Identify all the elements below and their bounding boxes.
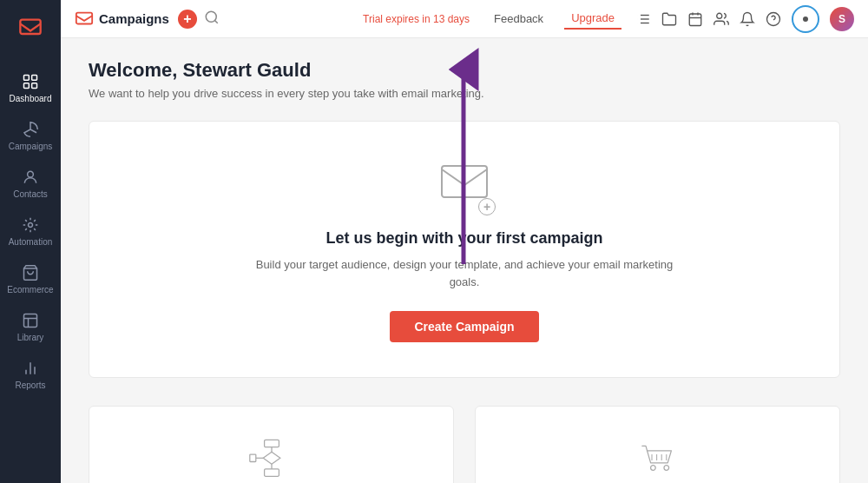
sidebar-item-campaigns[interactable]: Campaigns bbox=[0, 112, 61, 160]
svg-point-6 bbox=[29, 223, 33, 228]
svg-point-12 bbox=[206, 11, 216, 22]
topnav-icons: S bbox=[635, 5, 854, 33]
user-avatar[interactable]: S bbox=[830, 7, 854, 31]
upgrade-circle-dot bbox=[803, 17, 808, 22]
list-icon[interactable] bbox=[635, 11, 651, 27]
email-automation-card: Email Automation Automate your email mar… bbox=[89, 406, 454, 483]
ecommerce-card: Plug in your Ecommerce store Promote pro… bbox=[475, 406, 840, 483]
sidebar-item-reports-label: Reports bbox=[15, 380, 45, 390]
ecommerce-illustration bbox=[634, 434, 682, 483]
help-icon[interactable] bbox=[766, 11, 781, 27]
calendar-icon[interactable] bbox=[687, 11, 703, 27]
main-content: Campaigns + Trial expires in 13 days Fee… bbox=[61, 0, 868, 483]
svg-rect-32 bbox=[249, 454, 255, 461]
feedback-button[interactable]: Feedback bbox=[487, 9, 550, 29]
page-body: Welcome, Stewart Gauld We want to help y… bbox=[61, 38, 868, 483]
campaign-card-description: Build your target audience, design your … bbox=[247, 256, 681, 290]
plus-icon: + bbox=[478, 198, 496, 215]
welcome-header: Welcome, Stewart Gauld We want to help y… bbox=[89, 59, 840, 100]
svg-point-36 bbox=[664, 466, 669, 471]
sidebar-item-contacts[interactable]: Contacts bbox=[0, 160, 61, 208]
add-new-button[interactable]: + bbox=[178, 10, 197, 29]
flowchart-icon bbox=[247, 434, 296, 483]
create-campaign-button[interactable]: Create Campaign bbox=[390, 311, 538, 342]
svg-rect-4 bbox=[32, 83, 37, 89]
svg-rect-8 bbox=[24, 314, 37, 328]
sidebar-logo bbox=[0, 9, 61, 47]
sidebar-item-automation-label: Automation bbox=[9, 237, 53, 247]
svg-rect-3 bbox=[24, 83, 30, 89]
sidebar-item-library[interactable]: Library bbox=[0, 303, 61, 351]
svg-point-25 bbox=[767, 12, 780, 25]
sidebar: Dashboard Campaigns Contacts Automation … bbox=[0, 0, 61, 483]
sidebar-item-reports[interactable]: Reports bbox=[0, 351, 61, 399]
welcome-subtitle: We want to help you drive success in eve… bbox=[89, 87, 840, 100]
campaign-card: + Let us begin with your first campaign … bbox=[89, 121, 840, 378]
sidebar-item-ecommerce-label: Ecommerce bbox=[7, 285, 53, 294]
sidebar-item-ecommerce[interactable]: Ecommerce bbox=[0, 255, 61, 303]
sidebar-item-campaigns-label: Campaigns bbox=[9, 142, 53, 151]
campaign-icon: + bbox=[438, 156, 490, 212]
svg-rect-27 bbox=[442, 166, 487, 197]
cart-icon bbox=[634, 434, 682, 483]
svg-rect-2 bbox=[32, 76, 37, 81]
svg-point-5 bbox=[28, 171, 34, 177]
welcome-title: Welcome, Stewart Gauld bbox=[89, 59, 840, 82]
svg-rect-1 bbox=[24, 76, 30, 81]
trial-notice: Trial expires in 13 days bbox=[363, 13, 470, 25]
features-row: Email Automation Automate your email mar… bbox=[89, 406, 840, 483]
sidebar-item-contacts-label: Contacts bbox=[13, 189, 47, 199]
upgrade-circle-indicator bbox=[792, 5, 819, 33]
svg-point-35 bbox=[650, 466, 655, 471]
campaign-card-title: Let us begin with your first campaign bbox=[326, 229, 602, 248]
sidebar-item-dashboard-label: Dashboard bbox=[10, 94, 52, 103]
svg-marker-30 bbox=[263, 452, 280, 464]
upgrade-button[interactable]: Upgrade bbox=[564, 8, 621, 30]
svg-line-13 bbox=[214, 20, 217, 23]
search-icon bbox=[204, 10, 220, 25]
bell-icon[interactable] bbox=[740, 11, 755, 27]
automation-illustration bbox=[247, 434, 296, 483]
svg-point-24 bbox=[717, 13, 722, 18]
top-navigation: Campaigns + Trial expires in 13 days Fee… bbox=[61, 0, 868, 38]
svg-rect-20 bbox=[689, 14, 701, 26]
folder-icon[interactable] bbox=[661, 11, 677, 27]
svg-rect-34 bbox=[264, 469, 279, 476]
sidebar-item-dashboard[interactable]: Dashboard bbox=[0, 64, 61, 112]
sidebar-item-library-label: Library bbox=[17, 333, 44, 342]
brand-logo: Campaigns bbox=[75, 10, 169, 29]
search-button[interactable] bbox=[204, 10, 220, 29]
brand-name: Campaigns bbox=[99, 11, 169, 26]
svg-rect-11 bbox=[76, 12, 92, 23]
people-icon[interactable] bbox=[713, 11, 729, 27]
sidebar-item-automation[interactable]: Automation bbox=[0, 208, 61, 255]
svg-rect-28 bbox=[264, 440, 279, 447]
